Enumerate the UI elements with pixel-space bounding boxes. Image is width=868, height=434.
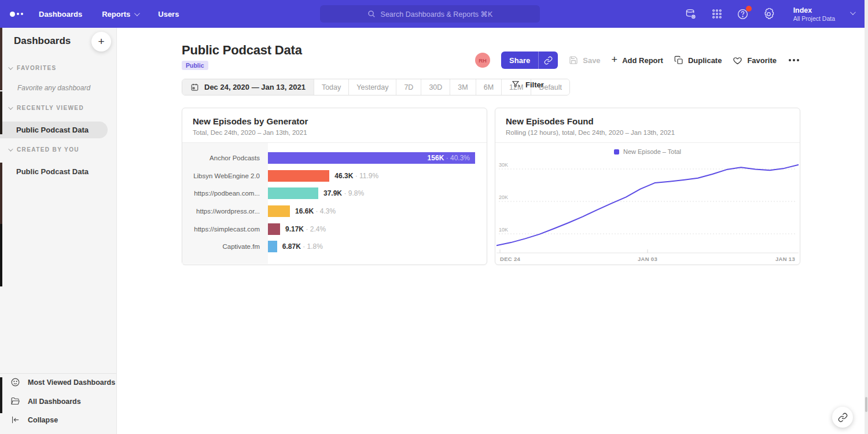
sidebar-item-all-dashboards[interactable]: All Dashboards <box>10 396 81 406</box>
filter-button[interactable]: Filter <box>512 80 544 89</box>
sidebar-section-favorites[interactable]: FAVORITES <box>8 65 57 71</box>
nav-item-users[interactable]: Users <box>158 10 179 19</box>
range-button-today[interactable]: Today <box>314 79 348 95</box>
y-tick-label: 30K <box>499 162 508 168</box>
card-header: New Episodes by Generator Total, Dec 24t… <box>182 108 487 143</box>
share-link-button[interactable] <box>538 52 558 69</box>
save-icon <box>569 56 578 65</box>
bar-row: Anchor Podcasts156K · 40.3% <box>182 149 487 167</box>
apps-grid-icon[interactable] <box>711 8 723 20</box>
sidebar-item-most-viewed-dashboards[interactable]: Most Viewed Dashboards <box>10 377 115 387</box>
bar <box>268 223 280 235</box>
chevron-down-icon <box>8 146 13 151</box>
y-tick-label: 20K <box>499 194 508 200</box>
x-tick-label: DEC 24 <box>500 256 520 262</box>
smiley-icon <box>10 377 20 387</box>
bar <box>268 205 290 217</box>
chevron-down-icon <box>8 105 13 109</box>
duplicate-icon <box>674 56 683 65</box>
more-options-button[interactable] <box>788 57 800 64</box>
chevron-down-icon <box>134 10 140 16</box>
range-button-30d[interactable]: 30D <box>421 79 450 95</box>
sidebar-item-public-podcast-data-selected[interactable]: Public Podcast Data <box>0 122 108 138</box>
background-window-artifact <box>0 377 2 413</box>
bar-row: https://wordpress.or...16.6K · 4.3% <box>182 203 487 220</box>
filter-icon <box>512 80 521 89</box>
x-tick-label: JAN 03 <box>638 256 657 262</box>
card-header: New Episodes Found Rolling (12 hours), t… <box>495 108 800 143</box>
plus-icon: + <box>612 54 618 66</box>
share-split-button: Share <box>501 52 558 69</box>
project-switcher[interactable]: Index All Project Data <box>793 6 854 23</box>
bar-track: 9.17K · 2.4% <box>268 220 487 238</box>
nav-item-reports[interactable]: Reports <box>102 10 138 19</box>
sidebar-section-created-by-you[interactable]: CREATED BY YOU <box>8 146 79 153</box>
sidebar-item-public-podcast-data[interactable]: Public Podcast Data <box>16 167 89 176</box>
notification-badge <box>746 6 752 12</box>
duplicate-button[interactable]: Duplicate <box>674 56 722 65</box>
bar-category-label: Anchor Podcasts <box>182 155 268 161</box>
bar-category-label: Libsyn WebEngine 2.0 <box>182 172 268 179</box>
bar-value-label: 37.9K · 9.8% <box>323 189 364 197</box>
link-icon <box>544 56 553 65</box>
add-report-button[interactable]: + Add Report <box>612 55 663 66</box>
bar-category-label: https://podbean.com... <box>182 190 268 197</box>
bar-category-label: Captivate.fm <box>182 243 268 250</box>
bar-value-label: 156K · 40.3% <box>428 154 470 162</box>
line-series <box>496 165 799 246</box>
bar-track: 6.87K · 1.8% <box>268 238 487 256</box>
sidebar-collapse-button[interactable]: Collapse <box>10 415 58 425</box>
nav-item-dashboards[interactable]: Dashboards <box>39 10 82 19</box>
background-window-artifact <box>0 91 2 134</box>
bar-category-label: https://wordpress.or... <box>182 208 268 215</box>
bar-track: 16.6K · 4.3% <box>268 203 487 220</box>
y-tick-label: 10K <box>499 227 508 233</box>
top-navbar: DashboardsReportsUsers Search Dashboards… <box>0 0 868 28</box>
help-icon[interactable] <box>737 8 749 20</box>
bar <box>268 170 329 182</box>
bar <box>268 241 277 252</box>
primary-nav: DashboardsReportsUsers <box>39 10 179 19</box>
x-tick-label: JAN 13 <box>775 256 795 262</box>
visibility-badge: Public <box>182 61 208 70</box>
report-card-new-episodes-by-generator: New Episodes by Generator Total, Dec 24t… <box>182 108 487 265</box>
data-source-icon[interactable] <box>685 8 697 20</box>
legend-label: New Episode – Total <box>623 148 681 155</box>
bar-category-label: https://simplecast.com <box>182 226 268 233</box>
card-title: New Episodes Found <box>506 116 789 126</box>
bar-track: 46.3K · 11.9% <box>268 167 487 185</box>
range-button-yesterday[interactable]: Yesterday <box>348 79 396 95</box>
sidebar: Dashboards + FAVORITES Favorite any dash… <box>0 28 117 434</box>
date-range-picker[interactable]: Dec 24, 2020 — Jan 13, 2021 <box>182 79 314 95</box>
bar-chart: Anchor Podcasts156K · 40.3%Libsyn WebEng… <box>182 143 487 264</box>
sidebar-section-recently-viewed[interactable]: RECENTLY VIEWED <box>8 105 84 111</box>
bar-value-label: 6.87K · 1.8% <box>282 242 323 251</box>
range-button-3m[interactable]: 3M <box>450 79 475 95</box>
folder-icon <box>10 396 20 406</box>
favorite-button[interactable]: Favorite <box>733 56 777 65</box>
chevron-down-icon <box>850 9 856 15</box>
avatar[interactable]: RH <box>475 53 490 68</box>
share-button[interactable]: Share <box>501 52 538 69</box>
legend-swatch <box>614 149 619 155</box>
card-subtitle: Total, Dec 24th, 2020 – Jan 13th, 2021 <box>193 129 476 136</box>
project-name: Index <box>793 6 835 16</box>
add-dashboard-button[interactable]: + <box>91 32 111 52</box>
range-button-7d[interactable]: 7D <box>396 79 421 95</box>
floating-link-button[interactable] <box>832 407 853 428</box>
navbar-right-cluster: Index All Project Data <box>685 0 854 28</box>
search-placeholder: Search Dashboards & Reports ⌘K <box>381 10 493 19</box>
background-window-artifact <box>0 28 2 90</box>
bar-row: Captivate.fm6.87K · 1.8% <box>182 238 487 256</box>
app-logo-icon[interactable] <box>10 12 34 17</box>
project-scope: All Project Data <box>793 15 835 22</box>
bar-value-label: 9.17K · 2.4% <box>285 225 326 233</box>
save-button[interactable]: Save <box>569 56 600 65</box>
bar <box>268 187 318 199</box>
scrollbar-thumb[interactable] <box>865 397 867 412</box>
sidebar-title: Dashboards <box>14 35 71 47</box>
settings-icon[interactable] <box>763 8 775 20</box>
line-chart-plot: 10K20K30KDEC 24JAN 03JAN 13 <box>496 155 799 265</box>
search-input[interactable]: Search Dashboards & Reports ⌘K <box>320 5 540 23</box>
range-button-6m[interactable]: 6M <box>476 79 501 95</box>
